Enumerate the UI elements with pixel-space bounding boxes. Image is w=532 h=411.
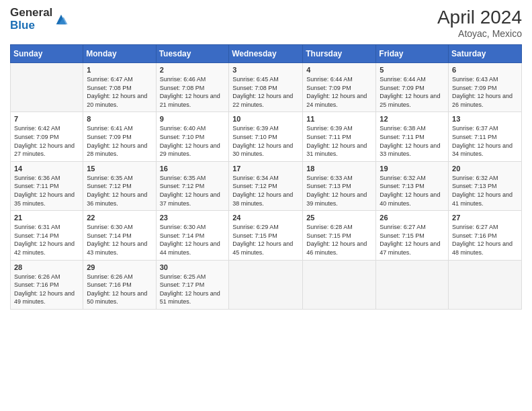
day-info: Sunrise: 6:45 AMSunset: 7:08 PMDaylight:… (232, 75, 299, 109)
weekday-header-cell: Monday (83, 45, 156, 63)
weekday-header: SundayMondayTuesdayWednesdayThursdayFrid… (11, 45, 522, 63)
logo-text: General Blue (10, 7, 52, 32)
day-info: Sunrise: 6:26 AMSunset: 7:16 PMDaylight:… (87, 273, 152, 306)
logo-general: General (10, 7, 52, 19)
weekday-header-cell: Wednesday (229, 45, 303, 63)
weekday-header-cell: Friday (376, 45, 449, 63)
day-number: 29 (87, 263, 152, 271)
day-number: 21 (14, 214, 79, 222)
day-number: 2 (160, 66, 226, 74)
calendar-day-cell: 23Sunrise: 6:30 AMSunset: 7:14 PMDayligh… (156, 211, 229, 260)
day-info: Sunrise: 6:37 AMSunset: 7:11 PMDaylight:… (452, 124, 518, 158)
calendar-week-row: 1Sunrise: 6:47 AMSunset: 7:08 PMDaylight… (11, 63, 522, 112)
calendar-table: SundayMondayTuesdayWednesdayThursdayFrid… (10, 44, 522, 310)
weekday-header-cell: Saturday (449, 45, 522, 63)
calendar-day-cell: 14Sunrise: 6:36 AMSunset: 7:11 PMDayligh… (11, 161, 83, 210)
calendar-day-cell: 16Sunrise: 6:35 AMSunset: 7:12 PMDayligh… (156, 161, 229, 210)
day-info: Sunrise: 6:46 AMSunset: 7:08 PMDaylight:… (160, 75, 226, 109)
calendar-day-cell: 6Sunrise: 6:43 AMSunset: 7:09 PMDaylight… (449, 63, 522, 112)
calendar-day-cell (449, 260, 522, 309)
day-info: Sunrise: 6:28 AMSunset: 7:15 PMDaylight:… (306, 223, 372, 257)
day-number: 14 (14, 165, 79, 173)
day-number: 3 (232, 66, 299, 74)
day-info: Sunrise: 6:44 AMSunset: 7:09 PMDaylight:… (306, 75, 372, 109)
calendar-day-cell: 17Sunrise: 6:34 AMSunset: 7:12 PMDayligh… (229, 161, 303, 210)
day-number: 24 (232, 214, 299, 222)
day-number: 23 (160, 214, 226, 222)
calendar-week-row: 14Sunrise: 6:36 AMSunset: 7:11 PMDayligh… (11, 161, 522, 210)
day-info: Sunrise: 6:41 AMSunset: 7:09 PMDaylight:… (87, 124, 152, 158)
calendar-day-cell: 4Sunrise: 6:44 AMSunset: 7:09 PMDaylight… (303, 63, 376, 112)
calendar-day-cell (229, 260, 303, 309)
calendar-day-cell: 10Sunrise: 6:39 AMSunset: 7:10 PMDayligh… (229, 112, 303, 161)
day-number: 28 (14, 263, 79, 271)
day-number: 9 (160, 115, 226, 123)
day-info: Sunrise: 6:33 AMSunset: 7:13 PMDaylight:… (306, 174, 372, 208)
logo: General Blue (10, 7, 69, 32)
day-number: 20 (452, 165, 518, 173)
day-info: Sunrise: 6:25 AMSunset: 7:17 PMDaylight:… (160, 273, 226, 306)
day-number: 5 (380, 66, 445, 74)
calendar-day-cell: 22Sunrise: 6:30 AMSunset: 7:14 PMDayligh… (83, 211, 156, 260)
day-info: Sunrise: 6:30 AMSunset: 7:14 PMDaylight:… (160, 223, 226, 257)
day-info: Sunrise: 6:39 AMSunset: 7:11 PMDaylight:… (306, 124, 372, 158)
calendar-day-cell (376, 260, 449, 309)
day-info: Sunrise: 6:34 AMSunset: 7:12 PMDaylight:… (232, 174, 299, 208)
calendar-day-cell: 20Sunrise: 6:32 AMSunset: 7:13 PMDayligh… (449, 161, 522, 210)
calendar-day-cell: 25Sunrise: 6:28 AMSunset: 7:15 PMDayligh… (303, 211, 376, 260)
day-info: Sunrise: 6:27 AMSunset: 7:16 PMDaylight:… (452, 223, 518, 257)
day-number: 15 (87, 165, 152, 173)
calendar-day-cell: 15Sunrise: 6:35 AMSunset: 7:12 PMDayligh… (83, 161, 156, 210)
day-number: 7 (14, 115, 79, 123)
day-info: Sunrise: 6:36 AMSunset: 7:11 PMDaylight:… (14, 174, 79, 208)
day-info: Sunrise: 6:42 AMSunset: 7:09 PMDaylight:… (14, 124, 79, 158)
day-info: Sunrise: 6:30 AMSunset: 7:14 PMDaylight:… (87, 223, 152, 257)
day-number: 25 (306, 214, 372, 222)
calendar-day-cell: 3Sunrise: 6:45 AMSunset: 7:08 PMDaylight… (229, 63, 303, 112)
calendar-day-cell: 18Sunrise: 6:33 AMSunset: 7:13 PMDayligh… (303, 161, 376, 210)
calendar-day-cell: 8Sunrise: 6:41 AMSunset: 7:09 PMDaylight… (83, 112, 156, 161)
calendar-day-cell: 29Sunrise: 6:26 AMSunset: 7:16 PMDayligh… (83, 260, 156, 309)
weekday-header-cell: Thursday (303, 45, 376, 63)
day-info: Sunrise: 6:32 AMSunset: 7:13 PMDaylight:… (452, 174, 518, 208)
day-info: Sunrise: 6:35 AMSunset: 7:12 PMDaylight:… (160, 174, 226, 208)
day-number: 4 (306, 66, 372, 74)
calendar-day-cell: 11Sunrise: 6:39 AMSunset: 7:11 PMDayligh… (303, 112, 376, 161)
calendar-day-cell: 28Sunrise: 6:26 AMSunset: 7:16 PMDayligh… (11, 260, 83, 309)
day-number: 11 (306, 115, 372, 123)
day-number: 18 (306, 165, 372, 173)
logo-icon (54, 12, 69, 27)
calendar-day-cell: 27Sunrise: 6:27 AMSunset: 7:16 PMDayligh… (449, 211, 522, 260)
day-number: 8 (87, 115, 152, 123)
header: General Blue April 2024 Atoyac, Mexico (10, 7, 522, 39)
day-info: Sunrise: 6:40 AMSunset: 7:10 PMDaylight:… (160, 124, 226, 158)
day-number: 6 (452, 66, 518, 74)
day-number: 30 (160, 263, 226, 271)
day-number: 1 (87, 66, 152, 74)
day-info: Sunrise: 6:39 AMSunset: 7:10 PMDaylight:… (232, 124, 299, 158)
day-info: Sunrise: 6:32 AMSunset: 7:13 PMDaylight:… (380, 174, 445, 208)
day-info: Sunrise: 6:38 AMSunset: 7:11 PMDaylight:… (380, 124, 445, 158)
calendar-day-cell (303, 260, 376, 309)
calendar-day-cell: 26Sunrise: 6:27 AMSunset: 7:15 PMDayligh… (376, 211, 449, 260)
day-number: 27 (452, 214, 518, 222)
title-block: April 2024 Atoyac, Mexico (437, 7, 522, 39)
day-number: 12 (380, 115, 445, 123)
calendar-week-row: 28Sunrise: 6:26 AMSunset: 7:16 PMDayligh… (11, 260, 522, 309)
calendar-week-row: 21Sunrise: 6:31 AMSunset: 7:14 PMDayligh… (11, 211, 522, 260)
day-number: 22 (87, 214, 152, 222)
weekday-header-cell: Sunday (11, 45, 83, 63)
calendar-week-row: 7Sunrise: 6:42 AMSunset: 7:09 PMDaylight… (11, 112, 522, 161)
logo-blue: Blue (10, 19, 52, 32)
day-number: 10 (232, 115, 299, 123)
day-number: 13 (452, 115, 518, 123)
calendar-day-cell: 12Sunrise: 6:38 AMSunset: 7:11 PMDayligh… (376, 112, 449, 161)
day-info: Sunrise: 6:29 AMSunset: 7:15 PMDaylight:… (232, 223, 299, 257)
day-info: Sunrise: 6:47 AMSunset: 7:08 PMDaylight:… (87, 75, 152, 109)
day-info: Sunrise: 6:43 AMSunset: 7:09 PMDaylight:… (452, 75, 518, 109)
calendar-day-cell: 1Sunrise: 6:47 AMSunset: 7:08 PMDaylight… (83, 63, 156, 112)
day-info: Sunrise: 6:35 AMSunset: 7:12 PMDaylight:… (87, 174, 152, 208)
day-number: 16 (160, 165, 226, 173)
day-number: 19 (380, 165, 445, 173)
location: Atoyac, Mexico (437, 28, 522, 39)
